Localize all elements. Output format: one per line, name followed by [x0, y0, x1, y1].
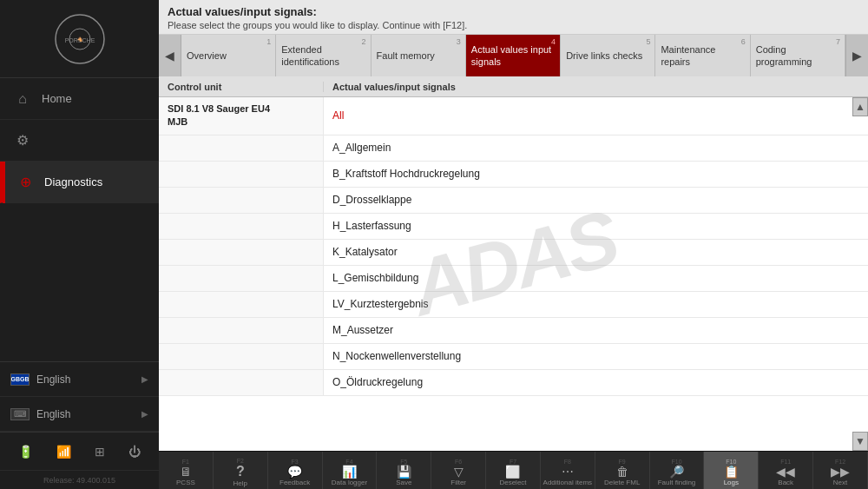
scroll-down-button[interactable]: ▼ — [852, 432, 868, 451]
tab-prev-button[interactable]: ◀ — [159, 35, 181, 76]
tab-extended-identifications[interactable]: 2 Extended identifications — [276, 35, 371, 76]
data-logger-label: Data logger — [332, 479, 367, 486]
main-content: Actual values/input signals: Please sele… — [159, 0, 868, 451]
table-cell-o-oeldruckregelung: O_Öldruckregelung — [324, 370, 868, 395]
tab-actual-number: 4 — [551, 37, 556, 46]
table-cell-l-gemischbildung: L_Gemischbildung — [324, 266, 868, 291]
sidebar-version: Release: 49.400.015 — [0, 470, 159, 489]
device-icon: ⊞ — [95, 445, 105, 459]
table-row: D_Drosselklappe — [159, 188, 868, 214]
tab-drive-number: 5 — [646, 37, 650, 46]
tab-ext-id-label: Extended identifications — [281, 43, 365, 69]
back-label: Back — [778, 479, 793, 486]
filter-label: Filter — [450, 479, 466, 486]
feedback-label: Feedback — [279, 479, 310, 486]
sidebar-nav: ⌂ Home ⚙ ⊕ Diagnostics — [0, 78, 159, 361]
toolbar-data-logger[interactable]: F4 📊 Data logger — [323, 452, 378, 489]
table-cell-empty — [159, 344, 324, 369]
tab-actual-values[interactable]: 4 Actual values input signals — [466, 35, 561, 76]
data-logger-icon: 📊 — [342, 465, 357, 479]
table-row: A_Allgemein — [159, 135, 868, 162]
sidebar-lang-english-keyboard[interactable]: ⌨ English ▶ — [0, 397, 159, 432]
toolbar-feedback[interactable]: F3 💬 Feedback — [268, 452, 323, 489]
toolbar-fault-finding[interactable]: F10 🔎 Fault finding — [650, 452, 705, 489]
tab-drive-links[interactable]: 5 Drive links checks — [561, 35, 655, 76]
tab-coding[interactable]: 7 Coding programming — [751, 35, 845, 76]
table-cell-empty — [159, 292, 324, 317]
tab-fault-number: 3 — [457, 37, 461, 46]
table-row: H_Lasterfassung — [159, 214, 868, 240]
tab-drive-label: Drive links checks — [566, 50, 642, 62]
toolbar-logs[interactable]: F10 📋 Logs — [704, 452, 759, 489]
bottom-toolbar: F1 🖥 PCSS F2 ? Help F3 💬 Feedback F4 📊 D… — [159, 451, 868, 489]
toolbar-back[interactable]: F11 ◀◀ Back — [759, 452, 813, 489]
table-cell-lv-kurztestergebnis: LV_Kurztestergebnis — [324, 292, 868, 317]
toolbar-pcss[interactable]: F1 🖥 PCSS — [159, 452, 214, 489]
tab-maint-label: Maintenance repairs — [661, 43, 744, 69]
additional-label: Additional items — [543, 479, 592, 486]
help-icon: ? — [236, 464, 245, 479]
feedback-icon: 💬 — [287, 465, 302, 479]
tab-coding-label: Coding programming — [756, 43, 839, 69]
delete-fml-label: Delete FML — [604, 479, 640, 486]
deselect-icon: ⬜ — [505, 465, 520, 479]
save-icon: 💾 — [397, 465, 411, 479]
table-cell-d-drosselklappe: D_Drosselklappe — [324, 188, 868, 213]
main-header: Actual values/input signals: Please sele… — [159, 0, 868, 35]
home-icon: ⌂ — [14, 90, 31, 108]
tab-maint-number: 6 — [741, 37, 746, 46]
battery-icon: 🔋 — [18, 445, 33, 459]
table-row: LV_Kurztestergebnis — [159, 292, 868, 318]
tab-ext-id-number: 2 — [362, 37, 366, 46]
table-cell-n-nockenwellen: N_Nockenwellenverstellung — [324, 344, 868, 369]
table-row: K_Katalysator — [159, 240, 868, 266]
sidebar-item-home[interactable]: ⌂ Home — [0, 78, 159, 120]
table-cell-empty — [159, 370, 324, 395]
tabs-container: ◀ 1 Overview 2 Extended identifications … — [159, 35, 868, 76]
toolbar-additional[interactable]: F8 ⋯ Additional items — [541, 452, 595, 489]
toolbar-help[interactable]: F2 ? Help — [214, 452, 268, 489]
table-row: L_Gemischbildung — [159, 266, 868, 292]
toolbar-delete-fml[interactable]: F9 🗑 Delete FML — [595, 452, 650, 489]
sidebar-item-home-label: Home — [42, 92, 72, 105]
toolbar-filter[interactable]: F6 ▽ Filter — [431, 452, 486, 489]
tab-coding-number: 7 — [836, 37, 840, 46]
sidebar-logo: PORSCHE 🐴 — [0, 0, 159, 78]
tab-maintenance[interactable]: 6 Maintenance repairs — [655, 35, 750, 76]
table-cell-m-aussetzer: M_Aussetzer — [324, 318, 868, 343]
wifi-icon: 📶 — [56, 445, 71, 459]
deselect-label: Deselect — [499, 479, 526, 486]
back-icon: ◀◀ — [776, 465, 795, 479]
col-header-control-unit: Control unit — [159, 82, 324, 92]
sidebar-lang1-label: English — [36, 373, 70, 386]
sidebar-item-settings[interactable]: ⚙ — [0, 120, 159, 162]
power-icon[interactable]: ⏻ — [128, 445, 141, 459]
tab-actual-label: Actual values input signals — [471, 43, 555, 69]
sidebar-lang-english-gb[interactable]: GB English ▶ — [0, 362, 159, 397]
scroll-up-button[interactable]: ▲ — [852, 97, 868, 116]
table-row: B_Kraftstoff Hochdruckregelung — [159, 162, 868, 188]
help-label: Help — [233, 479, 247, 487]
toolbar-deselect[interactable]: F7 ⬜ Deselect — [486, 452, 541, 489]
sidebar-lang2-label: English — [36, 408, 70, 420]
tab-overview-number: 1 — [266, 37, 271, 46]
tab-fault-memory[interactable]: 3 Fault memory — [372, 35, 466, 76]
tab-next-button[interactable]: ▶ — [845, 35, 868, 76]
tab-overview[interactable]: 1 Overview — [181, 35, 276, 76]
table-cell-value-all[interactable]: All — [324, 97, 868, 135]
settings-icon: ⚙ — [14, 132, 31, 149]
fault-finding-label: Fault finding — [658, 479, 696, 486]
table-cell-h-lasterfassung: H_Lasterfassung — [324, 214, 868, 239]
table-cell-control-unit: SDI 8.1 V8 Sauger EU4MJB — [159, 97, 324, 135]
table-cell-k-katalysator: K_Katalysator — [324, 240, 868, 265]
sidebar-item-diagnostics[interactable]: ⊕ Diagnostics — [0, 162, 159, 203]
table-cell-a-allgemein: A_Allgemein — [324, 135, 868, 161]
gb-flag-icon: GB — [10, 373, 30, 386]
sidebar-bottom-icons: 🔋 📶 ⊞ ⏻ — [0, 432, 159, 470]
tabs-list: 1 Overview 2 Extended identifications 3 … — [181, 35, 845, 76]
keyboard-icon: ⌨ — [10, 408, 30, 420]
sidebar: PORSCHE 🐴 ⌂ Home ⚙ ⊕ Diagnostics GB Engl… — [0, 0, 159, 489]
table-row: O_Öldruckregelung — [159, 370, 868, 396]
toolbar-save[interactable]: F5 💾 Save — [377, 452, 431, 489]
toolbar-next[interactable]: F12 ▶▶ Next — [813, 452, 868, 489]
